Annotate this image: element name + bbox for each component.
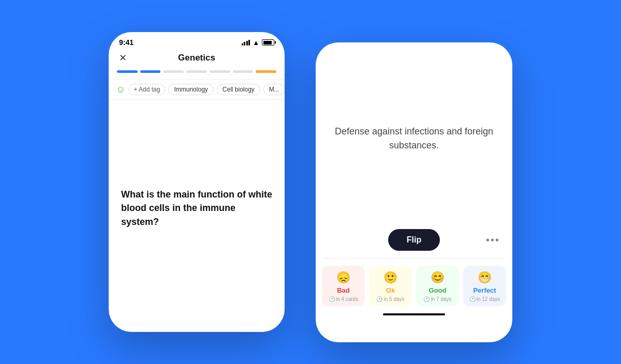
progress-segment xyxy=(256,70,276,73)
rating-bad[interactable]: 😞 Bad 🕐 in 4 cards xyxy=(322,266,365,306)
close-button[interactable]: ✕ xyxy=(119,52,127,64)
flip-button[interactable]: Flip xyxy=(388,229,440,251)
rating-ok[interactable]: 🙂 Ok 🕐 in 5 days xyxy=(369,266,412,306)
home-indicator xyxy=(383,313,445,315)
clock-icon-perfect: 🕐 xyxy=(469,296,476,302)
ok-label: Ok xyxy=(386,286,395,294)
card-header: ✕ Genetics xyxy=(109,49,285,68)
question-area: What is the main function of white blood… xyxy=(109,100,285,311)
clock-icon-good: 🕐 xyxy=(423,296,430,302)
wifi-icon: ▲ xyxy=(253,39,259,47)
phones-container: 9:41 ▲ ✕ Genetics xyxy=(109,22,512,342)
answer-text: Defense against infections and foreign s… xyxy=(330,125,498,153)
good-emoji: 😊 xyxy=(431,271,445,284)
battery-icon xyxy=(262,39,274,46)
rating-good[interactable]: 😊 Good 🕐 in 7 days xyxy=(416,266,459,306)
progress-segment xyxy=(186,70,207,73)
status-time-left: 9:41 xyxy=(119,38,134,47)
perfect-label: Perfect xyxy=(473,286,496,294)
ok-time: 🕐 in 5 days xyxy=(376,296,404,302)
flip-row: Flip ••• xyxy=(316,224,512,258)
clock-icon-ok: 🕐 xyxy=(376,296,382,302)
add-tag-label: + Add tag xyxy=(134,86,160,93)
rating-row: 😞 Bad 🕐 in 4 cards 🙂 Ok 🕐 in 5 days xyxy=(316,259,512,309)
progress-segment xyxy=(210,70,230,73)
add-tag-button[interactable]: + Add tag xyxy=(128,84,165,95)
perfect-time: 🕐 in 12 days xyxy=(469,296,500,302)
status-icons-left: ▲ xyxy=(242,39,274,47)
signal-bars-icon xyxy=(242,39,250,46)
deck-title: Genetics xyxy=(178,53,215,63)
bad-label: Bad xyxy=(337,286,350,294)
progress-segment xyxy=(117,70,138,73)
progress-segment xyxy=(140,70,161,73)
question-text: What is the main function of white blood… xyxy=(121,188,272,228)
bad-emoji: 😞 xyxy=(336,271,350,284)
left-phone: 9:41 ▲ ✕ Genetics xyxy=(109,32,285,332)
perfect-emoji: 😁 xyxy=(478,271,492,284)
tags-row: ☺ + Add tag Immunology Cell biology M... xyxy=(109,79,285,100)
tag-more[interactable]: M... xyxy=(263,84,285,95)
tag-cell-biology[interactable]: Cell biology xyxy=(217,84,260,95)
good-label: Good xyxy=(429,286,447,294)
clock-icon-bad: 🕐 xyxy=(329,296,335,302)
progress-segment xyxy=(163,70,184,73)
progress-segment xyxy=(233,70,254,73)
rating-perfect[interactable]: 😁 Perfect 🕐 in 12 days xyxy=(463,266,506,306)
good-time: 🕐 in 7 days xyxy=(423,296,451,302)
tag-immunology[interactable]: Immunology xyxy=(168,84,213,95)
ok-emoji: 🙂 xyxy=(383,271,397,284)
bad-time: 🕐 in 4 cards xyxy=(329,296,358,302)
progress-bar xyxy=(109,68,285,79)
answer-area: Defense against infections and foreign s… xyxy=(316,53,512,224)
smiley-icon: ☺ xyxy=(116,84,125,95)
status-bar-left: 9:41 ▲ xyxy=(109,32,285,49)
more-button[interactable]: ••• xyxy=(486,234,500,246)
right-phone: Defense against infections and foreign s… xyxy=(316,42,512,342)
